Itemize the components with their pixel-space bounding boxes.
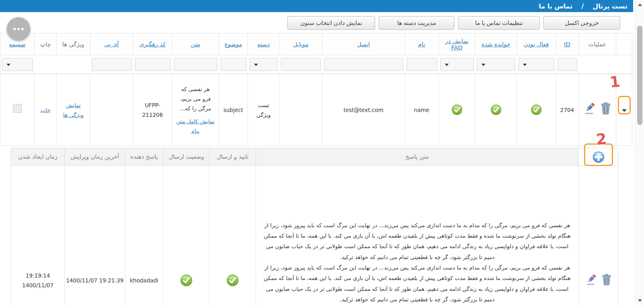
column-header-ip[interactable]: آی پی <box>104 41 119 48</box>
chevron-down-icon <box>481 64 485 66</box>
column-header-send-status: وضعیت ارسال <box>163 148 210 166</box>
show-attributes-link[interactable]: نمایش ویژگی ها <box>61 100 86 120</box>
email-filter-input[interactable] <box>324 58 403 71</box>
text-filter-input[interactable] <box>174 58 217 71</box>
column-header-name[interactable]: نام <box>418 41 425 48</box>
cell-text-snippet: هر نفسی که فرو می بریم، مرگی را که... <box>176 84 215 113</box>
cell-email: test@text.com <box>322 74 405 146</box>
cell-name: name <box>405 74 439 146</box>
cell-ip <box>90 74 133 146</box>
show-column-picker-button[interactable]: نمایش دادن انتخاب ستون <box>287 16 375 30</box>
delete-icon[interactable] <box>600 102 611 114</box>
replies-grid: 2 متن پاسخ تایید و ارسال وضعیت ارسال پاس… <box>11 148 618 305</box>
attachment-checkbox[interactable] <box>13 104 22 113</box>
mobile-filter-input[interactable] <box>281 58 321 71</box>
excel-export-button[interactable]: خروجی اکسل <box>543 16 620 30</box>
show-full-message-link[interactable]: نمایش کامل متن پیام <box>176 116 215 136</box>
toolbar: نمایش دادن انتخاب ستون مدیریت دسته ها تن… <box>287 16 620 30</box>
category-filter-select[interactable] <box>250 58 278 71</box>
column-header-attachment[interactable]: ضمیمه <box>9 41 25 48</box>
page-title: تماس با ما <box>539 2 573 10</box>
grid-filter-row <box>0 55 632 74</box>
created-date: 1400/11/07 <box>11 280 64 290</box>
row-expand-button[interactable] <box>622 109 627 112</box>
show-in-faq-filter-select[interactable] <box>440 58 474 71</box>
cell-created: 19:19:14 1400/11/07 <box>11 166 65 305</box>
column-header-reply-text: متن پاسخ <box>256 148 579 166</box>
add-reply-button[interactable] <box>592 151 605 164</box>
more-options-fab[interactable] <box>7 17 30 41</box>
ip-filter-input[interactable] <box>92 58 132 71</box>
edit-icon[interactable] <box>583 102 595 114</box>
read-filter-select[interactable] <box>477 58 515 71</box>
scroll-up-icon[interactable] <box>638 4 642 6</box>
column-header-text[interactable]: متن <box>191 41 200 48</box>
column-header-active[interactable]: فعال بودن <box>524 41 549 48</box>
dot-icon <box>21 28 24 30</box>
chevron-down-icon <box>254 64 258 66</box>
column-header-tracking-code[interactable]: کد رهگیری <box>139 41 166 48</box>
title-bar: تست پرتال / تماس با ما <box>0 0 633 12</box>
chevron-down-icon <box>6 64 10 66</box>
scrollbar-thumb[interactable] <box>637 26 642 125</box>
cell-last-edit: 1400/11/07 19:21:39 <box>65 166 125 305</box>
column-header-responder: پاسخ دهنده <box>125 148 163 166</box>
portal-title: تست پرتال <box>592 2 627 10</box>
reply-paragraph: هر نفسی که فرو می بریم، مرگی را که مدام … <box>263 262 571 305</box>
active-check-icon <box>531 104 542 115</box>
contact-settings-button[interactable]: تنظیمات تماس با ما <box>458 16 540 30</box>
column-header-read[interactable]: خوانده شده <box>481 41 510 48</box>
active-filter-select[interactable] <box>518 58 554 71</box>
dot-icon <box>13 28 16 30</box>
column-header-subject[interactable]: موضوع <box>225 41 242 48</box>
contact-row: 1 2704 name test@text.com تست ویژگی subj… <box>0 74 632 146</box>
dot-icon <box>17 28 20 30</box>
send-status-check-icon <box>180 274 192 286</box>
cell-id: 2704 <box>556 74 579 146</box>
created-time: 19:19:14 <box>11 271 64 280</box>
manage-categories-button[interactable]: مدیریت دسته ها <box>379 16 454 30</box>
print-link[interactable]: چاپ <box>40 105 50 115</box>
grid-header-row: عملیات ID فعال بودن خوانده شده نمایش در … <box>0 33 632 55</box>
column-header-id[interactable]: ID <box>564 41 570 48</box>
tracking-code-filter-input[interactable] <box>135 58 171 71</box>
column-header-show-in-faq[interactable]: نمایش در FAQ <box>445 38 468 51</box>
vertical-scrollbar[interactable] <box>635 0 644 305</box>
column-header-mobile[interactable]: موبایل <box>293 41 309 48</box>
chevron-down-icon <box>445 64 449 66</box>
column-header-attributes: ویژگی ها <box>57 33 90 55</box>
column-header-operations: عملیات <box>579 33 616 55</box>
cell-subject: subject <box>219 74 248 146</box>
replies-header-row: 2 متن پاسخ تایید و ارسال وضعیت ارسال پاس… <box>11 148 618 166</box>
cell-category: تست ویژگی <box>248 74 279 146</box>
read-check-icon <box>491 104 502 115</box>
delete-reply-icon[interactable] <box>601 274 612 285</box>
subject-filter-input[interactable] <box>221 58 246 71</box>
column-header-created: زمان ایجاد شدن <box>11 148 65 166</box>
cell-mobile <box>279 74 322 146</box>
name-filter-input[interactable] <box>407 58 437 71</box>
reply-row: هر نفسی که فرو می بریم، مرگی را که مدام … <box>11 166 618 305</box>
reply-paragraph: هر نفسی که فرو می بریم، مرگی را که مدام … <box>263 220 571 262</box>
column-header-category[interactable]: دسته <box>257 41 270 48</box>
breadcrumb-separator: / <box>582 2 584 10</box>
show-in-faq-check-icon <box>452 104 462 115</box>
contact-grid: عملیات ID فعال بودن خوانده شده نمایش در … <box>0 33 632 146</box>
cell-tracking-code: UFPP-211206 <box>133 74 172 146</box>
reply-text-cell: هر نفسی که فرو می بریم، مرگی را که مدام … <box>256 166 579 305</box>
column-header-email[interactable]: ایمیل <box>357 41 370 48</box>
column-header-last-edit: آخرین زمان ویرایش <box>65 148 125 166</box>
cell-responder: khodadadi <box>125 166 163 305</box>
column-header-print: چاپ <box>35 33 57 55</box>
chevron-down-icon <box>523 64 527 66</box>
edit-reply-icon[interactable] <box>585 274 597 285</box>
approve-send-check-icon <box>227 274 239 286</box>
id-filter-input[interactable] <box>557 58 577 71</box>
scroll-down-icon[interactable] <box>638 299 642 302</box>
column-header-expander <box>616 33 632 55</box>
attachment-filter-select[interactable] <box>2 58 33 71</box>
column-header-approve-send: تایید و ارسال <box>210 148 256 166</box>
